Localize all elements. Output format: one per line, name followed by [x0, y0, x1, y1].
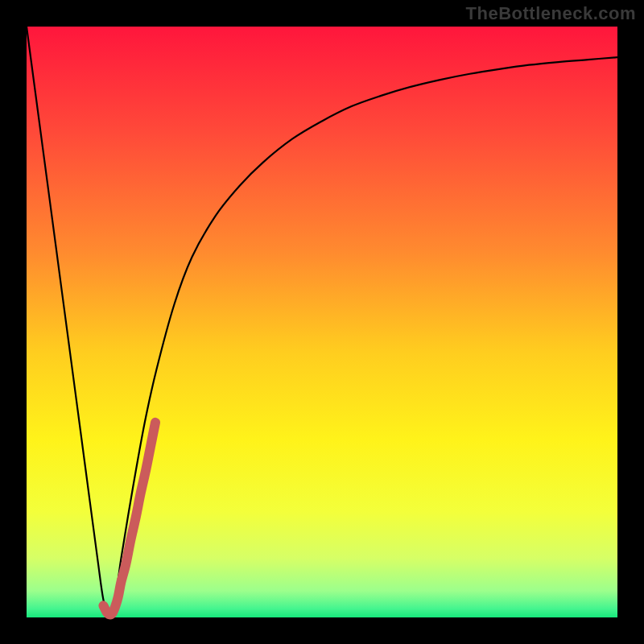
- chart-frame: TheBottleneck.com: [0, 0, 644, 644]
- plot-background: [27, 27, 617, 617]
- bottleneck-chart: [0, 0, 644, 644]
